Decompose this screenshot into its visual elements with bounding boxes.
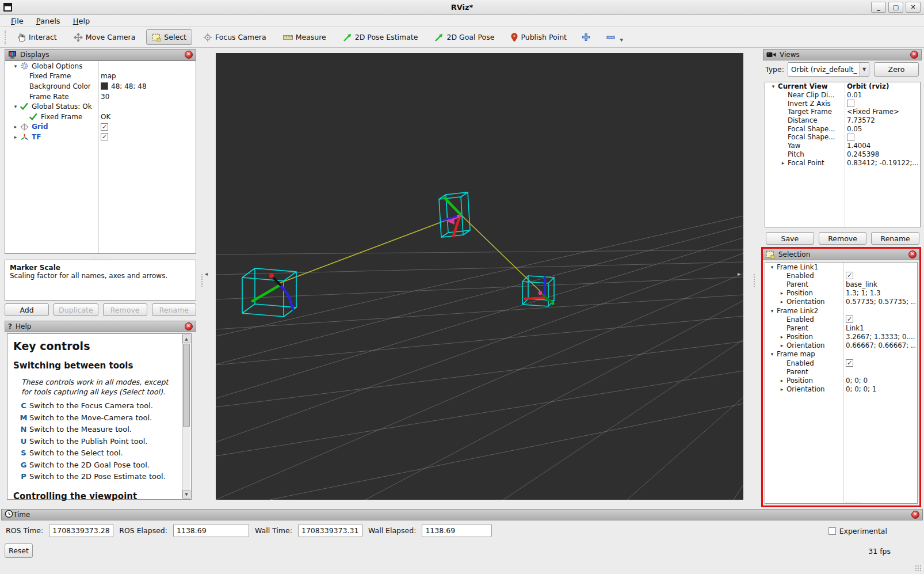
tree-row-target-frame[interactable]: Target Frame<Fixed Frame> (765, 108, 920, 116)
tree-row-tf[interactable]: ▸TF✓ (5, 132, 196, 142)
rename-button[interactable]: Rename (871, 232, 919, 245)
tree-row-orientation[interactable]: ▸Orientation0.66667; 0.66667; ... (765, 341, 917, 350)
wall-time-input[interactable]: 1708339373.31 (298, 524, 362, 537)
checkbox-unchecked[interactable] (847, 134, 854, 141)
tree-row-enabled[interactable]: Enabled✓ (765, 315, 917, 324)
tree-row-frame-map[interactable]: ▾Frame map (765, 350, 917, 359)
title-bar[interactable]: RViz* _ ▢ ✕ (0, 0, 924, 15)
add-tool-button[interactable] (578, 29, 594, 45)
tree-row-grid[interactable]: ▸Grid✓ (5, 122, 196, 132)
selection-panel-header[interactable]: Selection ✕ (763, 249, 919, 260)
tree-row-enabled[interactable]: Enabled✓ (765, 271, 917, 280)
tree-row-focal-point[interactable]: ▸Focal Point0.83412; -0.19122;... (765, 158, 920, 167)
tree-row-focal-shape[interactable]: Focal Shape... (765, 133, 920, 142)
tree-row-frame-rate[interactable]: Frame Rate30 (5, 92, 196, 102)
remove-tool-button[interactable]: ▼ (602, 32, 619, 43)
scroll-down-icon[interactable]: ▼ (182, 490, 190, 499)
checkbox-checked[interactable]: ✓ (101, 133, 108, 140)
property-value[interactable]: base_link (846, 280, 916, 288)
tree-row-position[interactable]: ▸Position1.3; 1; 1.3 (765, 289, 917, 298)
tree-row-frame-link1[interactable]: ▾Frame Link1 (765, 263, 917, 271)
property-value[interactable]: 0; 0; 0; 1 (846, 385, 916, 394)
menu-panels[interactable]: Panels (31, 16, 66, 26)
expander-open-icon[interactable]: ▾ (768, 351, 777, 357)
tool-publish-point[interactable]: Publish Point (505, 29, 572, 45)
expander-closed-icon[interactable]: ▸ (777, 290, 786, 296)
property-value[interactable]: ✓ (101, 132, 194, 142)
splitter-handle[interactable] (754, 274, 756, 287)
scroll-up-icon[interactable]: ▲ (182, 334, 190, 343)
property-value[interactable] (846, 367, 916, 376)
expander-open-icon[interactable]: ▾ (11, 63, 20, 69)
property-value[interactable]: Link1 (846, 324, 916, 332)
tree-row-parent[interactable]: ParentLink1 (765, 324, 917, 332)
tree-row-invert-z-axis[interactable]: Invert Z Axis (765, 99, 920, 108)
expander-open-icon[interactable]: ▾ (768, 264, 777, 270)
property-value[interactable]: Orbit (rviz) (847, 82, 919, 91)
checkbox-unchecked[interactable] (847, 100, 854, 107)
tree-row-parent[interactable]: Parentbase_link (765, 280, 917, 288)
expander-closed-icon[interactable]: ▸ (777, 299, 786, 305)
expander-closed-icon[interactable]: ▸ (777, 343, 786, 348)
tree-row-distance[interactable]: Distance7.73572 (765, 116, 920, 125)
tree-row-current-view[interactable]: ▾Current ViewOrbit (rviz) (765, 82, 920, 91)
property-value[interactable]: 0.66667; 0.66667; ... (846, 341, 916, 350)
menu-help[interactable]: Help (68, 16, 96, 26)
property-value[interactable]: <Fixed Frame> (847, 108, 919, 116)
tree-row-parent[interactable]: Parent (765, 367, 917, 376)
collapse-right-panel-icon[interactable]: ▸ (738, 271, 740, 277)
checkbox-checked[interactable]: ✓ (846, 359, 853, 367)
property-value[interactable] (847, 133, 919, 142)
property-value[interactable]: 0.05 (847, 124, 919, 133)
resize-grip-icon[interactable] (915, 565, 922, 572)
property-value[interactable]: 1.4004 (847, 142, 919, 150)
property-value[interactable] (847, 99, 919, 108)
views-close-icon[interactable]: ✕ (910, 51, 918, 59)
tree-row-fixed-frame[interactable]: Fixed FrameOK (5, 112, 196, 122)
expander-closed-icon[interactable]: ▸ (777, 334, 786, 340)
minimize-button[interactable]: _ (871, 2, 886, 13)
property-value[interactable]: 30 (101, 92, 194, 102)
property-value[interactable]: 3.2667; 1.3333; 0.... (846, 333, 916, 341)
tool-interact[interactable]: Interact (11, 29, 63, 45)
property-value[interactable]: ✓ (846, 315, 916, 324)
tree-row-global-status-ok[interactable]: ▾Global Status: Ok (5, 101, 196, 112)
toolbar-drag-handle[interactable] (5, 31, 6, 44)
reset-button[interactable]: Reset (5, 543, 33, 558)
view-type-dropdown[interactable]: Orbit (rviz_default_ ▼ (788, 62, 869, 77)
tool-measure[interactable]: Measure (277, 29, 332, 45)
property-value[interactable]: 0.01 (847, 91, 919, 100)
expander-open-icon[interactable]: ▾ (11, 104, 20, 109)
expander-open-icon[interactable]: ▾ (769, 83, 778, 89)
displays-close-icon[interactable]: ✕ (185, 51, 193, 59)
tree-row-frame-link2[interactable]: ▾Frame Link2 (765, 306, 917, 315)
ros-time-input[interactable]: 1708339373.28 (49, 524, 113, 537)
property-value[interactable]: OK (101, 112, 194, 122)
property-value[interactable]: ✓ (101, 122, 194, 132)
splitter-handle[interactable]: ······ (846, 500, 861, 505)
tree-row-focal-shape[interactable]: Focal Shape...0.05 (765, 124, 920, 133)
expander-closed-icon[interactable]: ▸ (11, 124, 20, 130)
zero-button[interactable]: Zero (874, 62, 919, 77)
time-close-icon[interactable]: ✕ (911, 511, 919, 519)
help-panel-header[interactable]: ? Help ✕ (5, 321, 196, 332)
tree-row-fixed-frame[interactable]: Fixed Framemap (5, 71, 196, 82)
tool-move-camera[interactable]: Move Camera (68, 29, 142, 45)
help-scrollbar[interactable]: ▲ ▼ (182, 334, 190, 499)
checkbox-checked[interactable]: ✓ (846, 315, 853, 323)
tool-2d-pose-estimate[interactable]: 2D Pose Estimate (337, 29, 424, 45)
tree-row-position[interactable]: ▸Position0; 0; 0 (765, 376, 917, 385)
expander-closed-icon[interactable]: ▸ (777, 378, 786, 383)
expander-closed-icon[interactable]: ▸ (778, 160, 788, 166)
tree-row-enabled[interactable]: Enabled✓ (765, 359, 917, 367)
tree-row-orientation[interactable]: ▸Orientation0; 0; 0; 1 (765, 385, 917, 394)
expander-open-icon[interactable]: ▾ (768, 308, 777, 314)
tree-row-position[interactable]: ▸Position3.2667; 1.3333; 0.... (765, 333, 917, 341)
tool-focus-camera[interactable]: Focus Camera (197, 29, 272, 45)
property-value[interactable]: 7.73572 (847, 116, 919, 125)
expander-closed-icon[interactable]: ▸ (777, 386, 786, 392)
checkbox-checked[interactable]: ✓ (846, 272, 853, 279)
collapse-left-panel-icon[interactable]: ◂ (205, 271, 208, 277)
tree-row-pitch[interactable]: Pitch0.245398 (765, 150, 920, 159)
views-panel-header[interactable]: Views ✕ (763, 49, 922, 60)
